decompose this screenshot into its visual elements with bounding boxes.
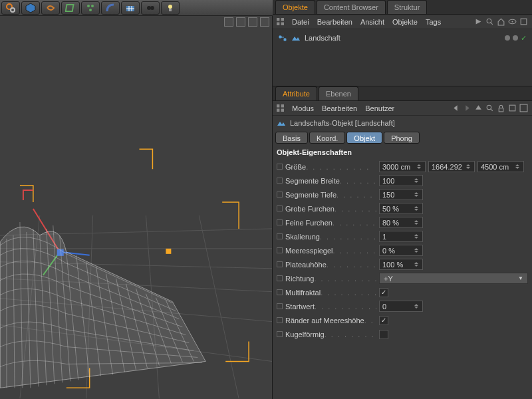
tab-struktur[interactable]: Struktur [387,0,428,14]
objects-menu-objekte[interactable]: Objekte [392,18,418,26]
nav-up-icon[interactable] [474,104,483,112]
attr-menu-bearbeiten[interactable]: Bearbeiten [322,104,357,112]
landscape-icon [277,118,286,128]
object-row-landschaft[interactable]: Landschaft ✓ [278,32,527,44]
value-field[interactable]: 1 [379,231,423,242]
toolbar-light[interactable] [161,1,180,15]
prop-row: Segmente Breite . . . . . . . . . . . .1… [274,174,531,188]
subtab-phong[interactable]: Phong [384,132,420,144]
eye-icon[interactable] [508,17,517,26]
anim-toggle[interactable] [277,303,283,309]
svg-line-19 [0,229,272,235]
value-field[interactable]: 80 % [379,217,423,228]
subtab-objekt[interactable]: Objekt [346,132,382,144]
checkbox-field[interactable] [379,330,388,339]
size-x-field[interactable]: 3000 cm [379,161,426,172]
dots: . . . . . . . . . . . . [332,219,376,227]
checkbox-field[interactable] [379,316,388,325]
value-field[interactable]: 0 [379,301,423,312]
prop-label: Multifraktal [285,289,321,297]
enable-check-icon[interactable]: ✓ [521,34,527,43]
anim-toggle[interactable] [277,289,283,295]
subtab-koord[interactable]: Koord. [309,132,345,144]
expand-icon[interactable] [519,17,528,26]
anim-toggle[interactable] [277,192,283,198]
object-tree[interactable]: Landschaft ✓ [273,29,532,86]
home-icon[interactable] [497,17,505,26]
prop-row: Startwert . . . . . . . . . . . .0 [274,299,531,313]
svg-point-4 [91,5,94,7]
dots: . . . . . . . . . . . . [321,289,376,297]
value-field[interactable]: 0 % [379,245,423,256]
toolbar-bend[interactable] [101,1,120,15]
anim-toggle[interactable] [277,219,283,225]
anim-toggle[interactable] [277,317,283,323]
panel-handle-icon[interactable] [277,104,284,112]
size-y-field[interactable]: 1664.292 [428,161,475,172]
prop-label: Richtung [285,275,314,283]
subtab-basis[interactable]: Basis [275,132,308,144]
objects-menu-tags[interactable]: Tags [426,18,441,26]
value-field[interactable]: 100 % [379,259,423,270]
search-icon[interactable] [485,104,494,112]
arrow-icon[interactable] [474,17,483,26]
search-icon[interactable] [485,17,494,26]
tab-objekte[interactable]: Objekte [275,0,315,14]
nav-back-icon[interactable] [452,104,460,112]
attributes-menu: Modus Bearbeiten Benutzer [273,101,532,116]
prop-label: Grobe Furchen [285,205,334,213]
toolbar-deformer[interactable] [61,1,80,15]
viewport-btn-4[interactable] [260,17,269,27]
prop-row: Segmente Tiefe . . . . . . . . . . . .15… [274,188,531,201]
visibility-render-dot[interactable] [513,35,518,41]
prop-row: Skalierung . . . . . . . . . . . .1 [274,229,531,243]
lock-icon[interactable] [497,104,505,112]
toolbar-particles[interactable] [81,1,100,15]
objects-tabs: Objekte Content Browser Struktur [273,0,532,15]
panel-handle-icon[interactable] [277,18,284,25]
viewport-btn-2[interactable] [236,17,245,27]
tab-attribute[interactable]: Attribute [275,86,317,100]
toolbar-grid[interactable] [121,1,140,15]
anim-toggle[interactable] [277,247,283,253]
expand-icon[interactable] [519,104,528,112]
anim-toggle[interactable] [277,164,283,170]
value-field[interactable]: 150 [379,189,423,200]
viewport-btn-3[interactable] [248,17,257,27]
tab-ebenen[interactable]: Ebenen [319,86,358,100]
checkbox-field[interactable] [379,288,388,297]
anim-toggle[interactable] [277,178,283,184]
prop-label: Feine Furchen [285,219,332,227]
objects-menu-datei[interactable]: Datei [292,18,309,26]
value-field[interactable]: 100 [379,175,423,186]
anim-toggle[interactable] [277,261,283,267]
objects-menu-bearbeiten[interactable]: Bearbeiten [317,18,352,26]
svg-point-1 [11,8,15,12]
dots: . . . . . . . . . . . . [325,331,376,338]
viewport-btn-1[interactable] [224,17,233,27]
toolbar-camera[interactable] [141,1,160,15]
attr-menu-modus[interactable]: Modus [292,104,314,112]
anim-toggle[interactable] [277,205,283,211]
toolbar-cube[interactable] [21,1,40,15]
new-window-icon[interactable] [508,104,517,112]
toolbar-gears[interactable] [1,1,20,15]
anim-toggle[interactable] [277,233,283,239]
dropdown-field[interactable]: +Y▼ [379,273,528,284]
objects-menu-ansicht[interactable]: Ansicht [360,18,384,26]
size-z-field[interactable]: 4500 cm [477,161,524,172]
value-field[interactable]: 50 % [379,203,423,214]
visibility-editor-dot[interactable] [505,35,510,41]
viewport[interactable] [0,16,273,399]
dots: . . . . . . . . . . . . [336,191,376,199]
viewport-canvas[interactable] [0,16,272,399]
anim-toggle[interactable] [277,331,283,337]
nav-fwd-icon[interactable] [463,104,471,112]
prop-label: Meeresspiegel [285,247,333,255]
attributes-tabs: Attribute Ebenen [273,86,532,101]
toolbar-chain[interactable] [41,1,60,15]
landscape-icon [291,33,301,43]
tab-content-browser[interactable]: Content Browser [317,0,386,14]
anim-toggle[interactable] [277,275,283,281]
attr-menu-benutzer[interactable]: Benutzer [365,104,394,112]
